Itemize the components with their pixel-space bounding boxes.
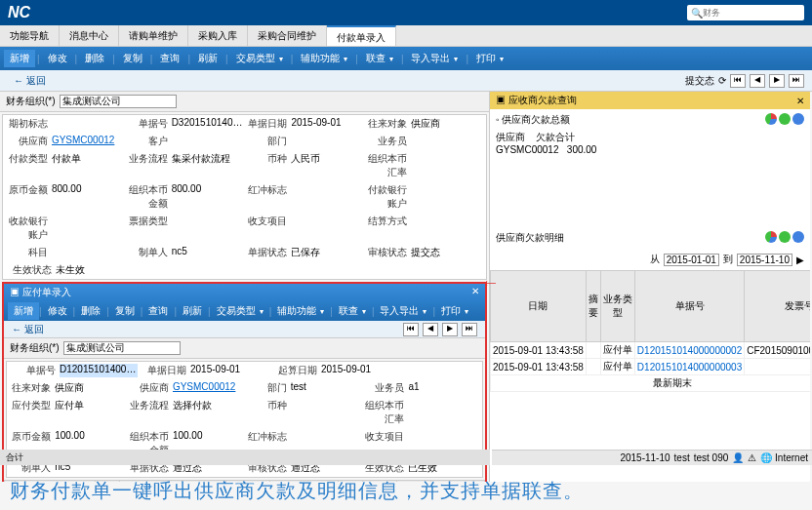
date-to[interactable]: 2015-11-10 (737, 254, 792, 266)
tab-1[interactable]: 消息中心 (60, 25, 119, 46)
refresh-icon-3[interactable] (792, 231, 804, 243)
nav-last[interactable]: ⏭ (789, 74, 804, 88)
query-title: 应收商欠款查询 (508, 95, 577, 105)
refresh-icon-2[interactable] (792, 113, 804, 125)
owed-grid: 日期摘要业务类型单据号发票号本期借方 本期贷方 期末余额2015-09-01 1… (490, 270, 810, 392)
table-row[interactable]: 2015-09-01 13:43:58应付单D12015101400000000… (491, 342, 811, 359)
payable-title: ▣ 应付单录入 (10, 286, 71, 299)
sub-bar: ← 返回 提交态 ⟳ ⏮ ◀ ▶ ⏭ (0, 70, 812, 92)
submit-status: 提交态 (685, 74, 714, 88)
app-header: NC 🔍 (0, 0, 812, 25)
payable-header: ▣ 应付单录入 ✕ (4, 284, 485, 301)
main-toolbar: 新增|修改|删除|复制|查询|刷新|交易类型|辅助功能|联查|导入导出|打印 (0, 47, 812, 70)
inner-nav-last[interactable]: ⏭ (462, 323, 477, 336)
tab-0[interactable]: 功能导航 (0, 25, 60, 46)
payment-form: 期初标志单据号D320151014000000001单据日期2015-09-01… (2, 114, 487, 280)
record-nav: ⏮ ◀ ▶ ⏭ (730, 74, 804, 88)
back-button[interactable]: ← 返回 (8, 72, 52, 90)
org-input[interactable] (60, 95, 177, 108)
date-range: 从 2015-01-01 到 2015-11-10 ▶ (490, 249, 810, 270)
toolbar-btn-复制[interactable]: 复制 (117, 50, 148, 67)
pie-icon[interactable] (765, 113, 777, 125)
tab-2[interactable]: 请购单维护 (119, 25, 188, 46)
toolbar-btn-查询[interactable]: 查询 (154, 50, 185, 67)
toolbar-btn-导入导出[interactable]: 导入导出 (405, 50, 464, 67)
toolbar-btn-打印[interactable]: 打印 (435, 302, 474, 320)
toolbar-btn-交易类型[interactable]: 交易类型 (230, 50, 289, 67)
toolbar-btn-复制[interactable]: 复制 (109, 302, 141, 320)
toolbar-btn-交易类型[interactable]: 交易类型 (211, 302, 269, 320)
logo: NC (8, 4, 30, 21)
toolbar-btn-联查[interactable]: 联查 (333, 302, 372, 320)
table-row[interactable]: 2015-09-01 13:43:58应付单D12015101400000000… (491, 359, 811, 375)
nav-prev[interactable]: ◀ (750, 74, 765, 88)
bill-link[interactable]: D120151014000000003 (637, 362, 742, 373)
toolbar-btn-新增[interactable]: 新增 (8, 302, 39, 320)
warning-icon: ⚠ (748, 452, 756, 463)
right-pane: ▣ 应收商欠款查询 ✕ ◦ 供应商欠款总额 供应商 欠款合计 GYSMC0001… (490, 92, 810, 482)
search-icon: 🔍 (691, 8, 703, 19)
inner-back[interactable]: ← 返回 (12, 323, 44, 336)
footer-tab[interactable]: 合计 (0, 450, 490, 465)
toolbar-btn-导入导出[interactable]: 导入导出 (374, 302, 432, 320)
link-GYSMC00012[interactable]: GYSMC00012 (173, 381, 235, 392)
annotation-arrow: ← (480, 271, 500, 294)
owed-summary: ◦ 供应商欠款总额 供应商 欠款合计 GYSMC00012 300.00 (490, 109, 810, 159)
org-row: 财务组织(*) (0, 92, 489, 112)
inner-org-input[interactable] (63, 341, 181, 355)
query-header: ▣ 应收商欠款查询 ✕ (490, 92, 810, 109)
caption: 财务付款单一键呼出供应商欠款及明细信息，并支持单据联查。 (10, 478, 584, 504)
tab-3[interactable]: 采购入库 (188, 25, 248, 46)
refresh-icon[interactable]: ⟳ (718, 75, 726, 86)
org-label: 财务组织(*) (6, 95, 56, 108)
date-from[interactable]: 2015-01-01 (664, 254, 719, 266)
toolbar-btn-删除[interactable]: 删除 (75, 302, 106, 320)
inner-nav-next[interactable]: ▶ (442, 323, 458, 336)
owed-detail: 供应商欠款明细 (490, 227, 810, 249)
search-input[interactable] (703, 8, 800, 18)
tab-5[interactable]: 付款单录入 (327, 25, 396, 46)
main-tabs: 功能导航消息中心请购单维护采购入库采购合同维护付款单录入 (0, 25, 812, 47)
toolbar-btn-修改[interactable]: 修改 (42, 302, 73, 320)
settings-icon[interactable] (779, 113, 791, 125)
toolbar-btn-刷新[interactable]: 刷新 (177, 302, 208, 320)
inner-nav-first[interactable]: ⏮ (403, 323, 419, 336)
global-search[interactable]: 🔍 (687, 5, 804, 20)
settings-icon-2[interactable] (779, 231, 791, 243)
toolbar-btn-刷新[interactable]: 刷新 (192, 50, 223, 67)
pie-icon-2[interactable] (765, 231, 777, 243)
date-go-icon[interactable]: ▶ (796, 255, 804, 265)
link-GYSMC00012[interactable]: GYSMC00012 (52, 135, 114, 145)
toolbar-btn-查询[interactable]: 查询 (142, 302, 174, 320)
close-icon[interactable]: ✕ (471, 286, 479, 299)
toolbar-btn-打印[interactable]: 打印 (470, 50, 509, 67)
payable-toolbar: 新增|修改|删除|复制|查询|刷新|交易类型|辅助功能|联查|导入导出|打印 (4, 301, 485, 321)
left-pane: 财务组织(*) 期初标志单据号D320151014000000001单据日期20… (0, 92, 490, 482)
status-bar: 2015-11-10testtest 090 👤 ⚠ 🌐 Internet (492, 450, 812, 465)
toolbar-btn-辅助功能[interactable]: 辅助功能 (295, 50, 353, 67)
tab-4[interactable]: 采购合同维护 (248, 25, 327, 46)
nav-first[interactable]: ⏮ (730, 74, 746, 88)
inner-org-label: 财务组织(*) (10, 341, 60, 355)
bill-link[interactable]: D120151014000000002 (637, 345, 742, 356)
toolbar-btn-新增[interactable]: 新增 (4, 50, 35, 67)
query-close-icon[interactable]: ✕ (796, 96, 804, 106)
inner-nav-prev[interactable]: ◀ (423, 323, 438, 336)
toolbar-btn-辅助功能[interactable]: 辅助功能 (271, 302, 330, 320)
toolbar-btn-删除[interactable]: 删除 (79, 50, 110, 67)
user-icon: 👤 (732, 452, 744, 463)
toolbar-btn-联查[interactable]: 联查 (360, 50, 399, 67)
nav-next[interactable]: ▶ (769, 74, 785, 88)
toolbar-btn-修改[interactable]: 修改 (42, 50, 73, 67)
